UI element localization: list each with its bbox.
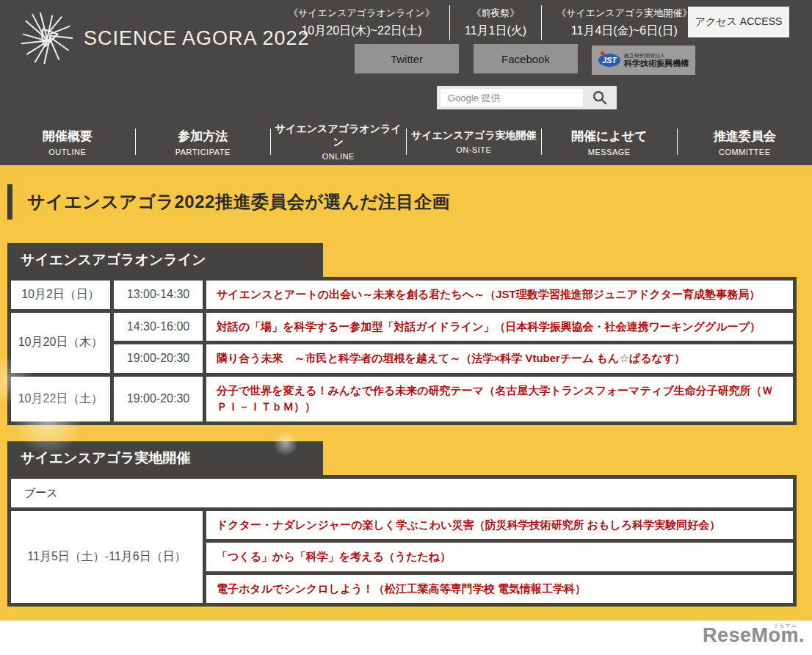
date-value: 11月1日(火) — [465, 23, 526, 39]
event-link[interactable]: ドクター・ナダレンジャーの楽しく学ぶこわい災害（防災科学技術研究所 おもしろ科学… — [205, 509, 795, 541]
onsite-section: サイエンスアゴラ実地開催 ブース 11月5日（土）-11月6日（日） ドクター・… — [0, 441, 812, 607]
date-block-eve: 《前夜祭》 11月1日(火) — [449, 5, 541, 40]
date-block-online: 《サイエンスアゴラオンライン》 10月20日(木)~22日(土) — [274, 5, 449, 40]
nav-item-participate[interactable]: 参加方法 PARTICIPATE — [136, 128, 271, 156]
online-section-title: サイエンスアゴラオンライン — [7, 243, 323, 277]
online-schedule-table: 10月2日（日） 13:00-14:30 サイエンスとアートの出会い～未来を創る… — [7, 277, 797, 425]
site-search — [437, 86, 617, 109]
table-row: ブース — [10, 477, 795, 509]
page-title: サイエンスアゴラ2022推進委員会が選んだ注目企画 — [27, 190, 450, 214]
date-value: 10月20日(木)~22日(土) — [289, 23, 435, 39]
event-date: 10月22日（土） — [10, 374, 112, 423]
nav-item-online[interactable]: サイエンスアゴラオンライン ONLINE — [271, 123, 406, 161]
jst-org-name: 科学技術振興機構 — [624, 59, 689, 68]
nav-label-jp: 推進委員会 — [678, 128, 812, 145]
nav-label-en: OUTLINE — [0, 148, 135, 156]
main-content: サイエンスアゴラ2022推進委員会が選んだ注目企画 サイエンスアゴラオンライン … — [0, 165, 812, 620]
page-footer: リセマム ReseMom. — [0, 620, 812, 655]
date-label: 《前夜祭》 — [465, 7, 526, 20]
nav-label-jp: 開催によせて — [542, 128, 677, 145]
nav-item-committee[interactable]: 推進委員会 COMMITTEE — [678, 128, 812, 156]
event-date-range: 11月5日（土）-11月6日（日） — [10, 509, 205, 605]
nav-item-message[interactable]: 開催によせて MESSAGE — [542, 128, 677, 156]
nav-label-jp: サイエンスアゴラオンライン — [271, 123, 406, 149]
event-time: 19:00-20:30 — [112, 374, 205, 423]
booth-label: ブース — [10, 477, 795, 509]
jst-text: 国立研究開発法人 科学技術振興機構 — [624, 53, 689, 68]
jst-mark-icon: JST — [598, 54, 620, 67]
nav-label-en: MESSAGE — [542, 148, 677, 156]
access-button[interactable]: アクセス ACCESS — [688, 7, 789, 37]
jst-org-type: 国立研究開発法人 — [624, 53, 689, 59]
nav-label-jp: 開催概要 — [0, 128, 135, 145]
date-block-onsite: 《サイエンスアゴラ実地開催》 11月4日(金)~6日(日) — [541, 5, 706, 40]
resemom-logo[interactable]: リセマム ReseMom. — [703, 624, 805, 647]
table-row: 10月22日（土） 19:00-20:30 分子で世界を変える！みんなで作る未来… — [10, 374, 795, 423]
jst-logo[interactable]: JST 国立研究開発法人 科学技術振興機構 — [592, 46, 695, 75]
site-header: SCIENCE AGORA 2022 《サイエンスアゴラオンライン》 10月20… — [0, 0, 812, 165]
date-label: 《サイエンスアゴラオンライン》 — [289, 7, 435, 20]
nav-label-jp: 参加方法 — [136, 128, 271, 145]
event-date: 10月20日（木） — [10, 311, 112, 374]
nav-label-en: COMMITTEE — [678, 148, 812, 156]
online-section: サイエンスアゴラオンライン 10月2日（日） 13:00-14:30 サイエンス… — [0, 243, 812, 425]
event-link[interactable]: サイエンスとアートの出会い～未来を創る君たちへ～（JST理数学習推進部ジュニアド… — [205, 279, 795, 311]
resemom-ruby: リセマム — [773, 622, 797, 629]
table-row: 11月5日（土）-11月6日（日） ドクター・ナダレンジャーの楽しく学ぶこわい災… — [10, 509, 795, 541]
agora-starburst-icon — [21, 12, 73, 65]
nav-label-jp: サイエンスアゴラ実地開催 — [407, 129, 542, 142]
event-link[interactable]: 「つくる」から「科学」を考える（うたたね） — [205, 541, 795, 573]
event-link[interactable]: 分子で世界を変える！みんなで作る未来の研究テーマ（名古屋大学トランスフォーマティ… — [205, 374, 795, 423]
event-time: 19:00-20:30 — [112, 343, 205, 375]
table-row: 10月2日（日） 13:00-14:30 サイエンスとアートの出会い～未来を創る… — [10, 279, 795, 311]
twitter-button[interactable]: Twitter — [355, 44, 459, 73]
table-row: 10月20日（木） 14:30-16:00 対話の「場」を科学するー参加型「対話… — [10, 311, 795, 343]
event-link[interactable]: 隣り合う未來 ～市民と科学者の垣根を越えて～（法学×科学 Vtuberチーム も… — [205, 343, 795, 375]
search-input[interactable] — [441, 89, 583, 106]
search-button[interactable] — [583, 86, 617, 109]
nav-item-onsite[interactable]: サイエンスアゴラ実地開催 ON-SITE — [407, 129, 542, 154]
onsite-section-title: サイエンスアゴラ実地開催 — [7, 441, 323, 475]
nav-label-en: ON-SITE — [407, 145, 542, 154]
main-nav: 開催概要 OUTLINE 参加方法 PARTICIPATE サイエンスアゴラオン… — [0, 118, 812, 165]
page: SCIENCE AGORA 2022 《サイエンスアゴラオンライン》 10月20… — [0, 0, 812, 655]
event-link[interactable]: 電子ホタルでシンクロしよう！（松江工業高等専門学校 電気情報工学科） — [205, 573, 795, 605]
nav-label-en: ONLINE — [271, 152, 406, 161]
title-accent-bar — [7, 184, 12, 220]
date-value: 11月4日(金)~6日(日) — [557, 23, 692, 39]
event-dates: 《サイエンスアゴラオンライン》 10月20日(木)~22日(土) 《前夜祭》 1… — [274, 5, 707, 40]
nav-item-outline[interactable]: 開催概要 OUTLINE — [0, 128, 135, 156]
event-link[interactable]: 対話の「場」を科学するー参加型「対話ガイドライン」（日本科学振興協会・社会連携ワ… — [205, 311, 795, 343]
page-title-row: サイエンスアゴラ2022推進委員会が選んだ注目企画 — [0, 165, 812, 220]
date-label: 《サイエンスアゴラ実地開催》 — [557, 7, 692, 20]
nav-label-en: PARTICIPATE — [136, 148, 271, 156]
site-logo[interactable]: SCIENCE AGORA 2022 — [21, 12, 310, 65]
event-time: 14:30-16:00 — [112, 311, 205, 343]
table-row: 19:00-20:30 隣り合う未來 ～市民と科学者の垣根を越えて～（法学×科学… — [10, 343, 795, 375]
event-time: 13:00-14:30 — [112, 279, 205, 311]
onsite-schedule-table: ブース 11月5日（土）-11月6日（日） ドクター・ナダレンジャーの楽しく学ぶ… — [7, 475, 797, 607]
facebook-button[interactable]: Facebook — [474, 44, 578, 73]
event-date: 10月2日（日） — [10, 279, 112, 311]
search-icon — [592, 90, 608, 106]
